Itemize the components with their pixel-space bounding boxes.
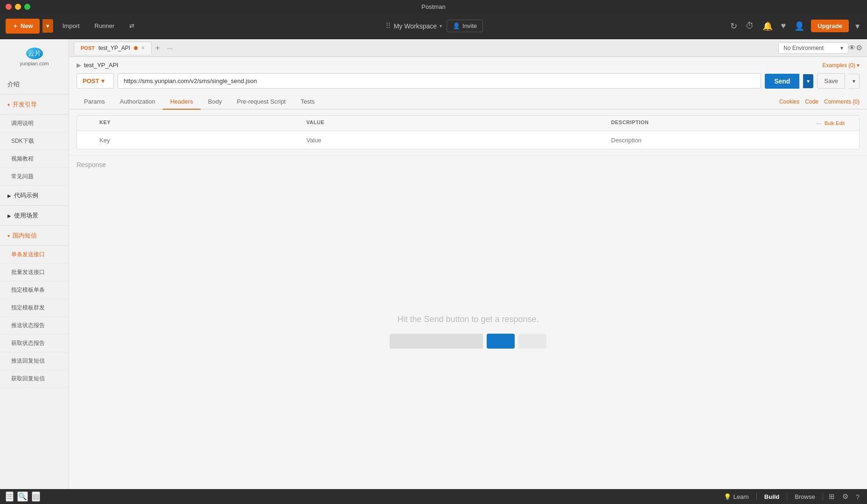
- response-placeholder-bar-1: [390, 334, 483, 349]
- add-tab-button[interactable]: +: [152, 42, 163, 54]
- request-tabs: Params Authorization Headers Body Pre-re…: [69, 94, 867, 110]
- upgrade-button[interactable]: Upgrade: [811, 20, 849, 32]
- notifications-button[interactable]: 🔔: [761, 19, 775, 33]
- status-divider-2: [787, 493, 787, 500]
- flow-button[interactable]: ⇄: [124, 19, 140, 33]
- workspace-button[interactable]: ⠿ My Workspace ▾: [385, 21, 442, 30]
- comments-link[interactable]: Comments (0): [824, 98, 860, 105]
- key-input[interactable]: [94, 133, 301, 147]
- sidebar-item-single-send[interactable]: 单条发送接口: [0, 246, 69, 264]
- sidebar-item-get-reply[interactable]: 获取回复短信: [0, 370, 69, 388]
- history-button[interactable]: ⏱: [744, 19, 756, 33]
- examples-label: Examples (0): [822, 62, 855, 69]
- browse-button[interactable]: Browse: [791, 491, 818, 502]
- traffic-lights: [6, 4, 30, 10]
- learn-button[interactable]: 💡 Learn: [720, 491, 753, 502]
- save-dropdown-button[interactable]: ▾: [849, 74, 860, 89]
- avatar-button[interactable]: 👤: [792, 19, 806, 33]
- doc-sidebar: 云片 yunpian.com 介绍 ▾ 开发引导 调用说明 SDK下载 视频教程…: [0, 39, 69, 489]
- three-dots-icon[interactable]: ···: [816, 119, 822, 127]
- tab-headers[interactable]: Headers: [163, 94, 201, 110]
- workspace-label: My Workspace: [394, 22, 437, 30]
- description-input[interactable]: [606, 133, 812, 147]
- send-button[interactable]: Send: [765, 74, 799, 89]
- chevron-down-icon: ▾: [7, 233, 10, 238]
- request-bar: POST ▾ Send ▾ Save ▾: [69, 73, 867, 94]
- status-divider-1: [756, 493, 757, 500]
- main-layout: 云片 yunpian.com 介绍 ▾ 开发引导 调用说明 SDK下载 视频教程…: [0, 39, 867, 489]
- toolbar-center: ⠿ My Workspace ▾ 👤 Invite: [144, 20, 724, 32]
- chevron-right-icon: ▶: [7, 193, 11, 198]
- value-col-header: VALUE: [301, 119, 605, 127]
- sidebar-item-template-group[interactable]: 指定模板群发: [0, 299, 69, 317]
- tab-params[interactable]: Params: [77, 94, 112, 110]
- tab-close-button[interactable]: ×: [141, 45, 145, 51]
- send-dropdown-button[interactable]: ▾: [803, 74, 813, 88]
- url-input[interactable]: [118, 73, 761, 89]
- method-select[interactable]: POST ▾: [77, 73, 114, 89]
- tab-pre-request-script[interactable]: Pre-request Script: [229, 94, 293, 110]
- invite-button[interactable]: 👤 Invite: [447, 20, 483, 32]
- status-divider-3: [823, 493, 823, 500]
- sidebar-item-faq[interactable]: 常见问题: [0, 168, 69, 186]
- response-empty-state: Hit the Send button to get a response.: [69, 174, 867, 489]
- new-button[interactable]: ＋ New: [6, 19, 40, 34]
- sidebar-item-domestic-sms[interactable]: ▾ 国内短信: [0, 226, 69, 246]
- upgrade-dropdown-button[interactable]: ▾: [853, 19, 861, 33]
- sidebar-item-batch-send[interactable]: 批量发送接口: [0, 264, 69, 281]
- more-tabs-button[interactable]: ···: [163, 42, 176, 54]
- sidebar-item-sdk[interactable]: SDK下载: [0, 133, 69, 150]
- sidebar-item-intro[interactable]: 介绍: [0, 75, 69, 95]
- cookies-link[interactable]: Cookies: [779, 98, 799, 105]
- value-input[interactable]: [301, 133, 605, 147]
- sidebar-item-video[interactable]: 视频教程: [0, 150, 69, 168]
- sidebar-item-dev-guide[interactable]: ▾ 开发引导: [0, 95, 69, 115]
- examples-link[interactable]: Examples (0) ▾: [822, 62, 860, 69]
- close-traffic-light[interactable]: [6, 4, 12, 10]
- code-link[interactable]: Code: [805, 98, 818, 105]
- sidebar-item-get-status[interactable]: 获取状态报告: [0, 335, 69, 352]
- sidebar-item-use-case[interactable]: ▶ 使用场景: [0, 206, 69, 226]
- sidebar-item-push-reply[interactable]: 推送回复短信: [0, 352, 69, 370]
- settings-status-button[interactable]: ⚙: [840, 490, 850, 503]
- bulk-edit-button[interactable]: Bulk Edit: [825, 120, 845, 126]
- import-button[interactable]: Import: [57, 19, 85, 33]
- method-chevron-icon: ▾: [101, 77, 105, 84]
- minimize-traffic-light[interactable]: [15, 4, 21, 10]
- toolbar: ＋ New ▾ Import Runner ⇄ ⠿ My Workspace ▾…: [0, 13, 867, 39]
- maximize-traffic-light[interactable]: [24, 4, 30, 10]
- env-eye-button[interactable]: 👁: [848, 44, 856, 52]
- build-button[interactable]: Build: [761, 491, 783, 502]
- environment-select[interactable]: No Environment ▾: [778, 42, 848, 54]
- layout-toggle-button[interactable]: ⊞: [827, 490, 837, 503]
- env-settings-button[interactable]: ⚙: [856, 43, 862, 52]
- response-placeholder-bar-3: [518, 334, 546, 349]
- status-bar: ☰ 🔍 ▤ 💡 Learn Build Browse ⊞ ⚙ ?: [0, 489, 867, 504]
- sidebar-item-template-single[interactable]: 指定模板单条: [0, 281, 69, 299]
- tab-body[interactable]: Body: [201, 94, 230, 110]
- runner-button[interactable]: Runner: [89, 19, 120, 33]
- postman-area: POST test_YP_API × + ··· No Environment …: [69, 39, 867, 489]
- sidebar-item-call-desc[interactable]: 调用说明: [0, 115, 69, 133]
- env-chevron-icon: ▾: [840, 45, 843, 51]
- search-button[interactable]: 🔍: [17, 491, 28, 502]
- favorites-button[interactable]: ♥: [779, 19, 788, 33]
- plus-icon: ＋: [12, 22, 18, 30]
- sidebar-item-push-status[interactable]: 推送状态报告: [0, 317, 69, 335]
- tab-tests[interactable]: Tests: [293, 94, 322, 110]
- response-placeholder-bars: [390, 334, 546, 349]
- logo-text: yunpian.com: [20, 61, 49, 66]
- chevron-right-icon: ▶: [7, 213, 11, 218]
- sidebar-toggle-button[interactable]: ☰: [6, 491, 14, 502]
- new-dropdown-button[interactable]: ▾: [42, 19, 53, 33]
- doc-logo-image: 云片 yunpian.com: [11, 48, 58, 66]
- sync-button[interactable]: ↻: [728, 19, 739, 33]
- collection-name: test_YP_API: [84, 62, 119, 69]
- console-button[interactable]: ▤: [32, 491, 40, 502]
- help-button[interactable]: ?: [854, 491, 861, 503]
- sidebar-item-code-example[interactable]: ▶ 代码示例: [0, 186, 69, 206]
- tab-test-yp-api[interactable]: POST test_YP_API ×: [74, 42, 152, 55]
- tab-authorization[interactable]: Authorization: [112, 94, 163, 110]
- response-section-label: Response: [69, 155, 867, 174]
- save-button[interactable]: Save: [817, 73, 845, 89]
